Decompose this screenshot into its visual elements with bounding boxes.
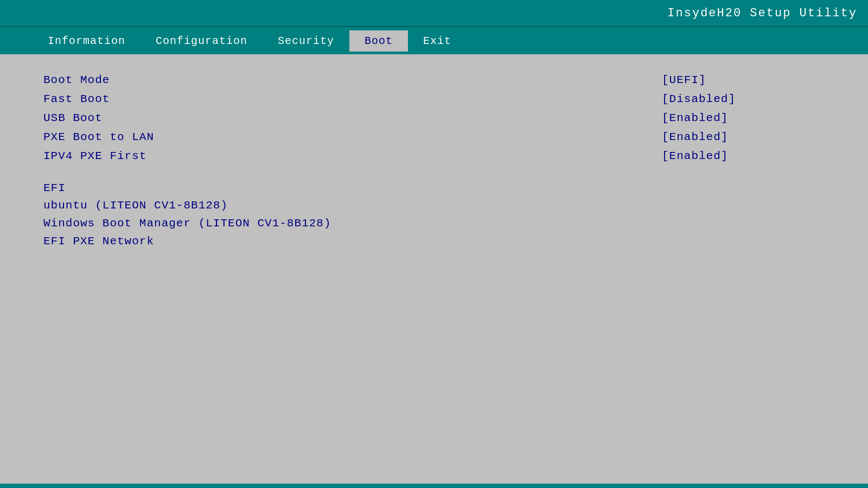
- boot-order-item-windows[interactable]: Windows Boot Manager (LITEON CV1-8B128): [43, 214, 825, 232]
- ipv4-pxe-first-label: IPV4 PXE First: [43, 150, 146, 162]
- boot-order-item-efi-pxe[interactable]: EFI PXE Network: [43, 232, 825, 250]
- fast-boot-row[interactable]: Fast Boot [Disabled]: [43, 90, 825, 109]
- bottom-border: [0, 484, 868, 488]
- usb-boot-label: USB Boot: [43, 112, 103, 124]
- top-bar: InsydeH20 Setup Utility: [0, 0, 868, 26]
- ipv4-pxe-first-value: [Enabled]: [662, 150, 825, 162]
- spacer-1: [43, 166, 825, 176]
- utility-title: InsydeH20 Setup Utility: [667, 7, 857, 20]
- nav-bar: Information Configuration Security Boot …: [0, 26, 868, 54]
- nav-item-information[interactable]: Information: [33, 30, 141, 52]
- bios-screen: InsydeH20 Setup Utility Information Conf…: [0, 0, 868, 488]
- nav-item-security[interactable]: Security: [263, 30, 349, 52]
- nav-item-boot[interactable]: Boot: [349, 30, 408, 52]
- fast-boot-label: Fast Boot: [43, 93, 110, 105]
- pxe-boot-lan-label: PXE Boot to LAN: [43, 131, 154, 143]
- boot-mode-label: Boot Mode: [43, 74, 110, 86]
- boot-mode-row[interactable]: Boot Mode [UEFI]: [43, 71, 825, 90]
- nav-item-exit[interactable]: Exit: [408, 30, 467, 52]
- pxe-boot-lan-value: [Enabled]: [662, 131, 825, 143]
- main-content: Boot Mode [UEFI] Fast Boot [Disabled] US…: [0, 54, 868, 484]
- efi-section-header: EFI: [43, 176, 825, 197]
- boot-mode-value: [UEFI]: [662, 74, 825, 86]
- ipv4-pxe-first-row[interactable]: IPV4 PXE First [Enabled]: [43, 147, 825, 166]
- usb-boot-row[interactable]: USB Boot [Enabled]: [43, 109, 825, 128]
- pxe-boot-lan-row[interactable]: PXE Boot to LAN [Enabled]: [43, 128, 825, 147]
- fast-boot-value: [Disabled]: [662, 93, 825, 105]
- usb-boot-value: [Enabled]: [662, 112, 825, 124]
- nav-item-configuration[interactable]: Configuration: [141, 30, 263, 52]
- boot-order-item-ubuntu[interactable]: ubuntu (LITEON CV1-8B128): [43, 197, 825, 214]
